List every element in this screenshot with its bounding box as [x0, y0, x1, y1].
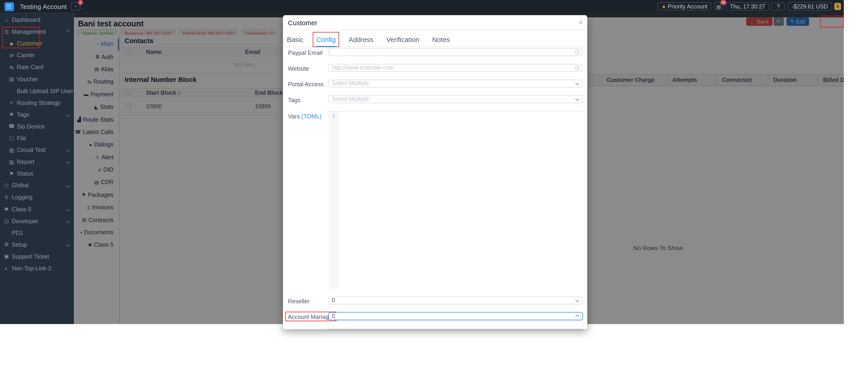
sidebar-item-status[interactable]: ⚑ Status [0, 168, 74, 180]
vars-toml-editor[interactable]: 1 [329, 111, 583, 289]
item-icon: ⚙ [3, 242, 10, 247]
hamburger-menu-button[interactable] [5, 2, 14, 11]
modal-tab-label: Verification [386, 36, 419, 44]
item-icon: ▥ [8, 159, 15, 165]
item-icon: ☰ [3, 29, 10, 34]
sidebar-item-label: Class 5 [12, 206, 31, 212]
sidebar-item-report[interactable]: ▥ Report [0, 156, 74, 168]
website-input[interactable]: http://www.example.com ✓ [329, 64, 583, 72]
sidebar-item-sip-device[interactable]: ☎ Sip Device [0, 120, 74, 132]
topbar-right: ★ Priority Account ▤ 29 Thu, 17:30:27 ? … [657, 2, 841, 11]
modal-tab-notes[interactable]: Notes [432, 33, 450, 46]
item-icon: ✱ [3, 206, 10, 212]
modal-tabs: Basic Config Address Verification [283, 33, 587, 47]
modal-title: Customer [288, 19, 317, 27]
close-icon[interactable]: × [579, 17, 583, 27]
item-icon: ▤ [8, 76, 15, 82]
sidebar-item-label: Status [17, 171, 33, 177]
sidebar-item-label: PD1 [12, 230, 23, 236]
sidebar-item-class-5[interactable]: ✱ Class 5 [0, 203, 74, 215]
item-icon: ◫ [3, 218, 10, 224]
customer-modal: Customer × Basic Config Address [283, 15, 587, 329]
sidebar-item-bulk-upload-sip-user[interactable]: Bulk Upload SIP User [0, 85, 74, 97]
sidebar-item-label: Voucher [17, 76, 38, 82]
sidebar-item-label: Circuit Test [17, 147, 45, 153]
portal-access-label: Portal Access [288, 81, 324, 88]
check-circle-icon: ✓ [575, 65, 580, 70]
sidebar-item-carrier[interactable]: ⇄ Carrier [0, 49, 74, 62]
sidebar-item-management[interactable]: ☰ Management [0, 26, 74, 38]
sidebar-item-label: Support Ticket [12, 253, 49, 260]
sidebar-item-file[interactable]: ▢ File [0, 132, 74, 144]
balance-display[interactable]: -$229.61 USD [787, 2, 832, 11]
reseller-select[interactable]: 0 [329, 297, 583, 304]
modal-tab-basic[interactable]: Basic [287, 33, 304, 46]
sidebar-item-label: Customer [17, 41, 42, 47]
account-manager-dropdown-edge [329, 321, 583, 328]
sidebar-item-routing-strategy[interactable]: ✧ Routing Strategy [0, 97, 74, 109]
sidebar-chevron-icon [66, 207, 70, 211]
portal-access-select[interactable]: Select Multiple [329, 80, 583, 87]
help-button[interactable]: ? [772, 2, 785, 11]
sidebar-chevron-icon [66, 148, 70, 152]
reseller-label: Reseller [288, 298, 310, 304]
modal-tab-label: Address [349, 36, 374, 44]
sidebar-item-label: File [17, 135, 26, 141]
vars-label: Vars (TOML) [288, 113, 322, 119]
sidebar-item-label: Routing Strategy [17, 100, 60, 106]
sidebar-item-setup[interactable]: ⚙ Setup [0, 239, 74, 250]
sidebar-item-logging[interactable]: ⚲ Logging [0, 191, 74, 203]
item-icon: ✧ [8, 100, 15, 105]
star-icon: ★ [661, 4, 666, 9]
portal-access-placeholder: Select Multiple [332, 80, 369, 87]
toml-link[interactable]: (TOML) [302, 113, 322, 119]
sidebar-item-label: Setup [12, 242, 27, 248]
sidebar-item-dashboard[interactable]: ⌂ Dashboard [0, 14, 74, 26]
modal-tab-address[interactable]: Address [349, 33, 374, 46]
item-icon: ⚑ [8, 171, 15, 176]
sidebar-item-global[interactable]: ☉ Global [0, 180, 74, 192]
sidebar-chevron-icon [66, 219, 70, 223]
editor-content[interactable] [338, 111, 583, 288]
sidebar-chevron-icon [66, 243, 70, 246]
sidebar-item-label: Global [12, 182, 29, 188]
sidebar-item-customer[interactable]: ☻ Customer [0, 38, 74, 49]
modal-tab-label: Basic [287, 36, 304, 44]
chevron-up-icon [575, 315, 579, 318]
notification-badge: 2 [78, 0, 83, 5]
modal-header: Customer × [283, 15, 587, 30]
sidebar-item-nav-top-link-2[interactable]: ◐ Nav-Top-Link-2 [0, 263, 74, 274]
chevron-down-icon [575, 81, 579, 85]
sidebar-item-label: Developer [12, 218, 38, 224]
tags-select[interactable]: Select Multiple [329, 95, 583, 103]
sidebar-chevron-icon [66, 30, 70, 34]
sidebar-item-label: Dashboard [12, 17, 40, 23]
website-placeholder: http://www.example.com [332, 65, 394, 71]
task-list-button[interactable]: ▤ 29 [714, 2, 723, 11]
sidebar-item-pd1[interactable]: PD1 [0, 227, 74, 239]
paypal-email-input[interactable]: ✓ [329, 48, 583, 56]
sidebar-item-voucher[interactable]: ▤ Voucher [0, 73, 74, 85]
sidebar-item-support-ticket[interactable]: ▣ Support Ticket [0, 250, 74, 263]
item-icon: ⌂ [3, 17, 10, 23]
account-manager-select[interactable]: 0 [329, 312, 583, 320]
sidebar-item-circuit-test[interactable]: ▥ Circuit Test [0, 144, 74, 156]
sidebar-item-label: Carrier [17, 52, 35, 59]
tags-placeholder: Select Multiple [332, 96, 369, 102]
modal-tab-label: Notes [432, 36, 450, 44]
chevron-down-icon [575, 298, 579, 302]
notifications-button[interactable]: 2 [71, 2, 81, 11]
modal-tab-config[interactable]: Config [316, 33, 336, 46]
sidebar-item-rate-card[interactable]: ⇆ Rate Card [0, 61, 74, 73]
priority-account-indicator[interactable]: ★ Priority Account [657, 2, 711, 11]
app-title: Testing Account [20, 3, 67, 10]
sidebar-item-tags[interactable]: ❖ Tags [0, 108, 74, 120]
item-icon: ☎ [8, 124, 15, 129]
sidebar: ⌂ Dashboard ☰ Management ☻ Customer ⇄ Ca… [0, 13, 74, 324]
modal-tab-verification[interactable]: Verification [386, 33, 419, 46]
sidebar-item-developer[interactable]: ◫ Developer [0, 215, 74, 227]
sidebar-item-label: Report [17, 159, 34, 165]
sidebar-chevron-icon [66, 184, 70, 187]
item-icon: ▣ [3, 254, 10, 259]
avatar[interactable]: 0 [834, 3, 841, 10]
